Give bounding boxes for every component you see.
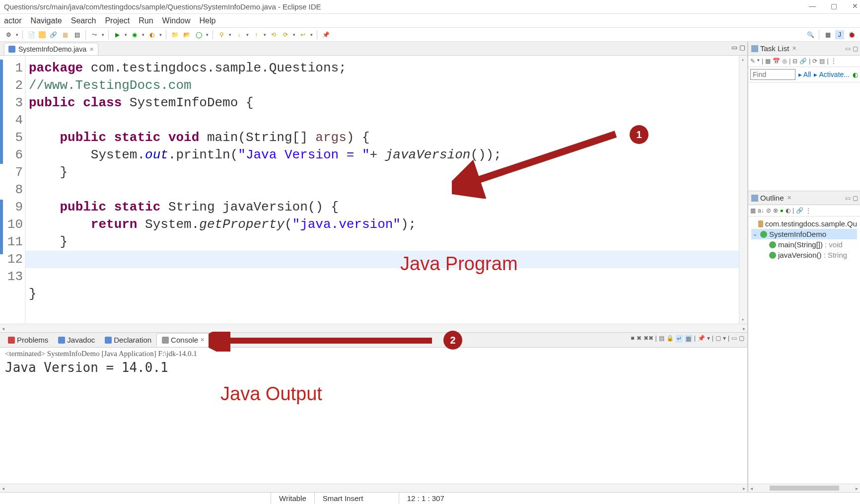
hide-nonpublic-icon[interactable]: ● <box>780 207 784 214</box>
task-find-input[interactable] <box>750 69 795 80</box>
editor-vertical-scrollbar[interactable]: ▴▾ <box>739 56 747 324</box>
menu-search[interactable]: Search <box>71 16 96 25</box>
link-icon[interactable]: 🔗 <box>49 30 58 39</box>
next-ann-icon[interactable]: ↓ <box>234 30 243 39</box>
toggle-icon[interactable] <box>39 31 46 38</box>
outline-tree[interactable]: com.testingdocs.sample.Qu ⌄SystemInfoDem… <box>748 216 860 262</box>
maximize-view-icon[interactable]: ▢ <box>739 44 745 51</box>
sort-icon[interactable]: a↓ <box>758 207 764 214</box>
min-console-icon[interactable]: ▭ <box>731 335 737 343</box>
task-activate-link[interactable]: ▸ Activate... <box>814 71 850 78</box>
outline-horizontal-scrollbar[interactable]: ◂▸ <box>748 484 860 492</box>
hide-fields-icon[interactable]: ⊘ <box>766 207 771 214</box>
clear-console-icon[interactable]: ▤ <box>659 335 664 343</box>
close-tab-icon[interactable]: ✕ <box>89 46 94 53</box>
link-editor-icon[interactable]: 🔗 <box>799 58 807 65</box>
focus-outline-icon[interactable]: ▦ <box>750 207 756 214</box>
schedule-icon[interactable]: 📅 <box>773 58 780 65</box>
perspective-java-icon[interactable]: J <box>835 30 844 39</box>
menu-run[interactable]: Run <box>139 16 153 25</box>
min-tasklist-icon[interactable]: ▭ <box>845 45 851 52</box>
scroll-lock-icon[interactable]: 🔒 <box>666 335 674 343</box>
package-icon[interactable]: ▦ <box>61 30 70 39</box>
minimize-icon[interactable]: — <box>809 2 816 10</box>
pin-icon[interactable]: 📌 <box>321 30 330 39</box>
menu-window[interactable]: Window <box>162 16 191 25</box>
tab-console[interactable]: Console ✕ <box>156 333 210 347</box>
back-icon[interactable]: ⟲ <box>269 30 278 39</box>
code-content[interactable]: package com.testingdocs.sample.Questions… <box>26 56 739 324</box>
maximize-icon[interactable]: ▢ <box>831 2 837 10</box>
outline-icon[interactable]: ▤ <box>72 30 81 39</box>
collapse-all-icon[interactable]: ⊟ <box>792 58 797 65</box>
remove-launch-icon[interactable]: ✖ <box>637 335 642 343</box>
max-tasklist-icon[interactable]: ▢ <box>853 45 858 52</box>
perspective-open-icon[interactable]: ▦ <box>823 30 832 39</box>
search-toolbar-icon[interactable]: 🔍 <box>806 30 815 39</box>
console-horizontal-scrollbar[interactable]: ◂▸ <box>0 484 747 492</box>
perspective-debug-icon[interactable]: 🐞 <box>847 30 856 39</box>
view-menu-icon[interactable]: ⋮ <box>831 58 837 65</box>
show-stdout-icon[interactable]: ▦ <box>685 335 692 343</box>
outline-package-row[interactable]: com.testingdocs.sample.Qu <box>751 218 857 229</box>
search-nav-icon[interactable]: ⚲ <box>217 30 226 39</box>
outline-method-javaversion[interactable]: javaVersion() : String <box>751 250 857 260</box>
profile-icon[interactable]: ◐ <box>147 30 156 39</box>
word-wrap-icon[interactable]: ↵ <box>676 335 683 343</box>
menu-navigate[interactable]: Navigate <box>31 16 62 25</box>
menu-help[interactable]: Help <box>200 16 216 25</box>
max-console-icon[interactable]: ▢ <box>739 335 744 343</box>
close-icon[interactable]: ✕ <box>852 2 858 10</box>
folder-open-icon[interactable]: 📂 <box>182 30 191 39</box>
new-console-icon[interactable]: ▾ <box>723 335 726 343</box>
minimize-view-icon[interactable]: ▭ <box>731 44 737 51</box>
history-icon[interactable]: ↩ <box>298 30 307 39</box>
link-outline-icon[interactable]: 🔗 <box>796 207 803 214</box>
hide-static-icon[interactable]: ⊗ <box>773 207 778 214</box>
hide-icon[interactable]: ▤ <box>819 58 825 65</box>
menu-actor[interactable]: actor <box>4 16 22 25</box>
console-body[interactable]: <terminated> SystemInfoDemo [Java Applic… <box>0 348 747 484</box>
console-run-header: <terminated> SystemInfoDemo [Java Applic… <box>5 350 742 358</box>
min-outline-icon[interactable]: ▭ <box>845 195 851 202</box>
open-type-icon[interactable]: ◯ <box>194 30 203 39</box>
focus-icon[interactable]: ◎ <box>782 58 787 65</box>
main-toolbar: ⚙▾ 📄 🔗 ▦ ▤ ⤳▾ ▶▾ ◉▾ ◐▾ 📁 📂 ◯▾ ⚲▾ ↓▾ ↑▾ ⟲… <box>0 28 860 42</box>
close-outline-icon[interactable]: ✕ <box>787 195 791 201</box>
max-outline-icon[interactable]: ▢ <box>853 195 858 202</box>
hide-local-icon[interactable]: ◐ <box>786 207 790 214</box>
close-tasklist-icon[interactable]: ✕ <box>792 45 796 52</box>
task-list-body[interactable] <box>748 82 860 191</box>
run-icon[interactable]: ▶ <box>113 30 122 39</box>
tab-problems[interactable]: Problems <box>3 334 53 346</box>
pin-console-icon[interactable]: 📌 <box>698 335 705 343</box>
terminate-icon[interactable]: ■ <box>631 335 634 343</box>
code-area[interactable]: 12345678910111213 package com.testingdoc… <box>0 56 747 324</box>
skip-icon[interactable]: ⤳ <box>90 30 99 39</box>
outline-class-row[interactable]: ⌄SystemInfoDemo <box>751 229 857 239</box>
open-console-icon[interactable]: ▢ <box>716 335 721 343</box>
outline-method-main[interactable]: main(String[]) : void <box>751 239 857 250</box>
new-task-icon[interactable]: ✎ <box>750 58 755 65</box>
fwd-icon[interactable]: ⟳ <box>281 30 290 39</box>
display-console-icon[interactable]: ▾ <box>707 335 710 343</box>
editor-tab[interactable]: SystemInfoDemo.java ✕ <box>4 43 98 55</box>
coverage-icon[interactable]: ◉ <box>130 30 139 39</box>
remove-all-icon[interactable]: ✖✖ <box>644 335 653 343</box>
editor-horizontal-scrollbar[interactable]: ◂▸ <box>0 324 747 332</box>
debug-icon[interactable]: ⚙ <box>4 30 13 39</box>
sync-icon[interactable]: ⟳ <box>812 58 817 65</box>
categorize-icon[interactable]: ▦ <box>765 58 771 65</box>
tab-declaration[interactable]: Declaration <box>100 334 156 346</box>
annotation-circle-1: 1 <box>630 125 648 144</box>
title-bar: Questions/src/main/java/com/testingdocs/… <box>0 0 860 14</box>
close-console-icon[interactable]: ✕ <box>200 337 205 343</box>
task-all-link[interactable]: ▸ All <box>798 71 811 78</box>
task-filter-icon[interactable]: ◐ <box>853 71 858 78</box>
new-icon[interactable]: 📄 <box>27 30 36 39</box>
folder-new-icon[interactable]: 📁 <box>170 30 179 39</box>
tab-javadoc[interactable]: Javadoc <box>53 334 100 346</box>
outline-menu-icon[interactable]: ⋮ <box>805 207 811 214</box>
prev-ann-icon[interactable]: ↑ <box>252 30 261 39</box>
menu-project[interactable]: Project <box>105 16 130 25</box>
